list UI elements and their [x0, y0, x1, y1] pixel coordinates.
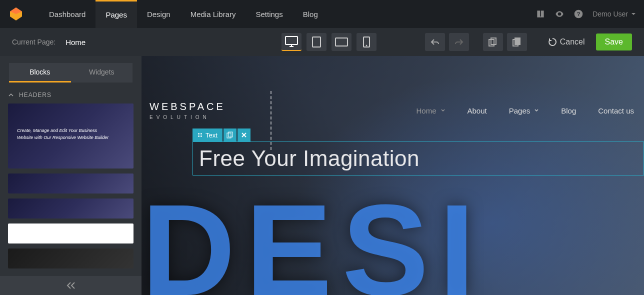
undo-button[interactable] — [425, 33, 445, 51]
svg-point-18 — [200, 136, 200, 137]
chevron-down-icon — [534, 108, 539, 113]
revert-icon — [548, 38, 557, 46]
paste-button[interactable] — [507, 33, 527, 51]
site-nav-home[interactable]: Home — [416, 106, 445, 115]
site-nav: Home About Pages Blog Contact us — [416, 106, 644, 115]
svg-point-17 — [198, 136, 199, 137]
widget-duplicate-button[interactable] — [224, 128, 236, 142]
current-page-name[interactable]: Home — [66, 38, 86, 46]
svg-point-13 — [201, 133, 202, 134]
svg-rect-3 — [312, 37, 320, 47]
heading-text[interactable]: Free Your Imagination — [199, 146, 638, 171]
user-name: Demo User — [592, 10, 628, 18]
redo-button[interactable] — [449, 33, 469, 51]
site-nav-blog[interactable]: Blog — [561, 106, 576, 115]
svg-point-16 — [201, 134, 202, 136]
tab-widgets[interactable]: Widgets — [71, 63, 133, 82]
brand-title: WEBSPACE — [150, 101, 226, 112]
help-icon[interactable]: ? — [574, 9, 584, 19]
svg-rect-2 — [286, 36, 298, 44]
canvas[interactable]: WEBSPACE EVOLUTION Home About Pages Blog… — [142, 56, 644, 295]
device-desktop-button[interactable] — [282, 33, 302, 51]
device-tablet-portrait-button[interactable] — [306, 33, 326, 51]
svg-point-19 — [201, 136, 202, 137]
cancel-label: Cancel — [560, 38, 585, 46]
nav-media-library[interactable]: Media Library — [180, 0, 246, 28]
brand-subtitle: EVOLUTION — [150, 114, 226, 120]
top-navigation: Dashboard Pages Design Media Library Set… — [0, 0, 644, 28]
nav-settings[interactable]: Settings — [246, 0, 293, 28]
nav-pages[interactable]: Pages — [96, 0, 137, 28]
copy-button[interactable] — [483, 33, 503, 51]
background-text: DESI — [142, 176, 644, 295]
widget-type-label: Text — [206, 132, 218, 139]
toolbar-actions: Cancel Save — [425, 33, 632, 51]
svg-point-15 — [200, 134, 200, 136]
caret-down-icon — [631, 12, 636, 16]
svg-point-14 — [198, 134, 199, 136]
site-nav-pages[interactable]: Pages — [509, 106, 540, 115]
block-thumb-3[interactable] — [8, 198, 134, 218]
nav-design[interactable]: Design — [137, 0, 180, 28]
user-menu[interactable]: Demo User — [592, 10, 636, 18]
chevron-double-left-icon — [66, 282, 76, 290]
save-label: Save — [605, 38, 623, 46]
device-mobile-button[interactable] — [356, 33, 376, 51]
grip-icon — [198, 132, 202, 138]
sidebar-tabs: Blocks Widgets — [0, 56, 142, 82]
tab-blocks[interactable]: Blocks — [9, 63, 71, 82]
widget-drag-handle[interactable]: Text — [192, 128, 222, 142]
block-thumb-2[interactable] — [8, 174, 134, 194]
site-nav-about[interactable]: About — [468, 106, 487, 115]
nav-dashboard[interactable]: Dashboard — [39, 0, 96, 28]
widget-delete-button[interactable] — [238, 128, 250, 142]
eye-icon[interactable] — [554, 9, 564, 19]
close-icon — [241, 132, 247, 138]
block-thumb-4[interactable] — [8, 224, 134, 244]
collapse-icon — [8, 92, 14, 98]
current-page-label: Current Page: — [12, 38, 56, 46]
sidebar-collapse-button[interactable] — [0, 276, 142, 295]
book-icon[interactable] — [536, 9, 546, 19]
main-area: Blocks Widgets HEADERS Create, Manage an… — [0, 56, 644, 295]
svg-rect-4 — [336, 38, 348, 46]
section-label: HEADERS — [19, 92, 52, 98]
site-brand[interactable]: WEBSPACE EVOLUTION — [150, 101, 226, 120]
block-thumbnails: Create, Manage and Edit Your Business We… — [0, 104, 142, 276]
svg-point-11 — [198, 133, 199, 134]
svg-point-6 — [366, 45, 367, 46]
block-thumb-5[interactable] — [8, 248, 134, 268]
svg-point-12 — [200, 133, 200, 134]
device-switcher — [282, 33, 376, 51]
duplicate-icon — [226, 132, 234, 138]
nav-blog[interactable]: Blog — [293, 0, 328, 28]
chevron-down-icon — [440, 108, 446, 113]
save-button[interactable]: Save — [596, 34, 632, 50]
site-header: WEBSPACE EVOLUTION Home About Pages Blog… — [150, 101, 644, 120]
svg-text:?: ? — [577, 10, 580, 17]
nav-items: Dashboard Pages Design Media Library Set… — [39, 0, 328, 28]
text-widget-toolbar: Text — [192, 128, 250, 142]
sidebar: Blocks Widgets HEADERS Create, Manage an… — [0, 56, 142, 295]
block-thumb-1[interactable]: Create, Manage and Edit Your Business We… — [8, 104, 134, 168]
top-right-controls: ? Demo User — [536, 9, 636, 19]
text-edit-box[interactable]: Free Your Imagination — [192, 142, 644, 176]
cancel-button[interactable]: Cancel — [541, 33, 592, 51]
section-headers[interactable]: HEADERS — [0, 82, 142, 104]
app-logo — [8, 6, 24, 22]
page-toolbar: Current Page: Home Canc — [0, 28, 644, 56]
site-nav-contact[interactable]: Contact us — [598, 106, 634, 115]
device-tablet-landscape-button[interactable] — [332, 33, 352, 51]
